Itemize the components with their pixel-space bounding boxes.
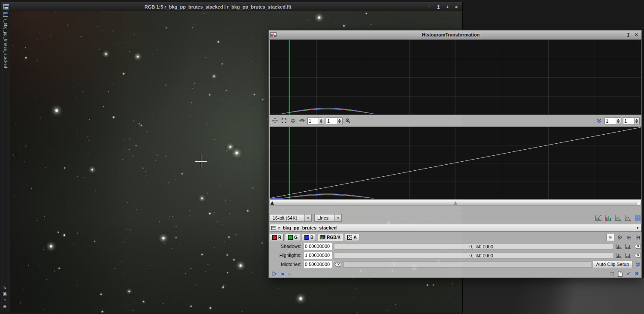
pan-mode-icon[interactable] [271, 118, 279, 124]
rgbk-histogram-icon [320, 235, 325, 239]
spinner-buttons[interactable] [634, 118, 639, 124]
view-selector-label: r_bkg_pp_brutes_stacked [278, 225, 634, 230]
input-histogram-panel[interactable] [270, 127, 641, 199]
dialog-titlebar-controls: × [625, 32, 640, 38]
zoom-icon[interactable] [344, 118, 352, 124]
spinner-buttons[interactable] [319, 118, 324, 124]
midtones-slider[interactable] [343, 261, 591, 268]
auto-clip-setup-button[interactable]: Auto Clip Setup [593, 261, 632, 268]
track-cursor-icon[interactable] [298, 118, 306, 124]
chevron-down-icon: ▼ [304, 214, 311, 221]
channel-a-button[interactable]: A [345, 234, 359, 241]
grid-icon[interactable] [634, 214, 641, 221]
zoom-tool-icon[interactable]: ⊕ [2, 304, 8, 309]
shadows-marker[interactable] [270, 201, 274, 205]
highlights-slider[interactable]: 0, %0.0000 [334, 252, 613, 259]
histogram-clip-slider[interactable] [270, 200, 641, 205]
shadows-clip-histogram-icon[interactable] [615, 243, 623, 250]
globe-icon[interactable]: ⊕ [625, 234, 632, 241]
shadows-readout: 0, %0.0000 [469, 244, 493, 250]
green-swatch-icon [288, 235, 293, 240]
realtime-preview-button[interactable]: ○ [288, 271, 292, 277]
gear-icon[interactable]: ⚙ [616, 234, 623, 241]
midtones-marker[interactable] [454, 201, 457, 205]
channel-g-button[interactable]: G [286, 234, 300, 241]
channel-rgbk-button[interactable]: RGB/K [318, 234, 343, 241]
zoom-fit-icon[interactable] [280, 118, 288, 124]
view-selector[interactable]: r_bkg_pp_brutes_stacked ▼ [270, 224, 641, 232]
probe-tool-icon[interactable]: ○ [2, 297, 8, 303]
right-h-input[interactable] [605, 118, 616, 124]
spinner-buttons[interactable] [337, 118, 342, 124]
chevrons-down-icon[interactable] [634, 261, 641, 268]
shade-button[interactable]: ↥ [436, 4, 441, 9]
minimize-button[interactable]: − [427, 4, 432, 9]
filled-curve-icon[interactable] [614, 214, 622, 221]
shadows-raise-histogram-icon[interactable] [624, 243, 632, 250]
h-zoom-spinner[interactable] [307, 118, 324, 124]
midtones-reset-icon[interactable] [334, 261, 342, 268]
right-h-spinner[interactable] [605, 118, 621, 124]
image-window-titlebar[interactable]: RGB 1:5 r_bkg_pp_brutes_stacked | r_bkg_… [1, 2, 462, 12]
close-window-button[interactable]: × [454, 4, 459, 9]
execute-check-button[interactable]: ✔ [626, 271, 631, 277]
highlights-raise-histogram-icon[interactable] [624, 252, 632, 259]
zoom-shrink-icon[interactable] [289, 118, 297, 124]
apply-button[interactable]: ■ [281, 271, 284, 276]
chevrons-down-icon[interactable] [595, 118, 603, 124]
highlights-reset-icon[interactable] [634, 252, 641, 259]
channel-r-button[interactable]: R [270, 234, 284, 241]
chevron-down-icon: ▼ [334, 214, 341, 221]
hist-export-icon[interactable] [595, 214, 602, 221]
shadows-slider[interactable]: 0, %0.0000 [334, 243, 613, 250]
highlights-clip-histogram-icon[interactable] [615, 252, 623, 259]
edit-instance-button[interactable]: □ [611, 271, 614, 277]
zoom-window-button[interactable]: + [445, 4, 450, 9]
dialog-close-button[interactable]: × [633, 32, 640, 38]
channel-rgbk-label: RGB/K [327, 235, 340, 240]
highlights-marker[interactable] [637, 201, 641, 205]
plot-style-select[interactable]: Lines ▼ [314, 214, 342, 222]
v-zoom-input[interactable] [326, 118, 337, 124]
pin-icon[interactable] [625, 32, 632, 38]
right-v-spinner[interactable] [623, 118, 640, 124]
highlights-row: Highlights: 0, %0.0000 [270, 251, 641, 260]
highlights-input[interactable] [303, 252, 332, 259]
desktop: RGB 1:5 r_bkg_pp_brutes_stacked | r_bkg_… [0, 0, 644, 314]
highlights-label: Highlights: [270, 253, 301, 258]
resolution-value: 16-bit (64K) [270, 215, 304, 220]
resolution-select[interactable]: 16-bit (64K) ▼ [270, 214, 312, 222]
dialog-footer: ■ ○ □ ✔ ✖ [270, 269, 641, 278]
pan-tool-icon[interactable]: ↘ [2, 284, 8, 290]
image-tab-icon [3, 12, 8, 17]
shadows-input[interactable] [303, 243, 332, 250]
new-instance-button[interactable] [272, 271, 277, 276]
expand-panel-icon[interactable]: ⊞ [634, 234, 641, 241]
midtones-label: Midtones: [270, 262, 301, 267]
select-tool-icon[interactable]: ▣ [2, 291, 8, 296]
dialog-titlebar[interactable]: HistogramTransformation × [269, 30, 641, 39]
output-histogram-panel[interactable] [270, 39, 641, 115]
image-window-title: RGB 1:5 r_bkg_pp_brutes_stacked | r_bkg_… [9, 4, 427, 9]
channel-row: R G B RGB/K A ✳ ⚙ ⊕ [270, 233, 641, 242]
spinner-buttons[interactable] [616, 118, 621, 124]
v-zoom-spinner[interactable] [326, 118, 343, 124]
channel-b-button[interactable]: B [302, 234, 316, 241]
reset-button[interactable]: ✖ [635, 271, 639, 277]
shadows-reset-icon[interactable] [634, 243, 641, 250]
shadows-row: Shadows: 0, %0.0000 [270, 242, 641, 251]
track-view-icon[interactable]: ✳ [606, 234, 614, 241]
image-tab-label: r_bkg_pp_brutes_stacked [3, 19, 8, 68]
color-histogram-icon[interactable] [605, 214, 612, 221]
h-zoom-input[interactable] [308, 118, 319, 124]
right-v-input[interactable] [623, 118, 634, 124]
red-swatch-icon [272, 235, 277, 240]
documentation-button[interactable] [618, 271, 623, 277]
image-tab[interactable]: r_bkg_pp_brutes_stacked [1, 11, 10, 313]
asterisk-icon: ✳ [608, 235, 612, 240]
midtones-input[interactable] [303, 261, 332, 268]
view-tools: ↘ ▣ ○ ⊕ [2, 284, 8, 309]
line-curve-icon[interactable] [624, 214, 632, 221]
channel-a-label: A [353, 235, 356, 240]
dialog-histogram-icon [270, 32, 276, 37]
